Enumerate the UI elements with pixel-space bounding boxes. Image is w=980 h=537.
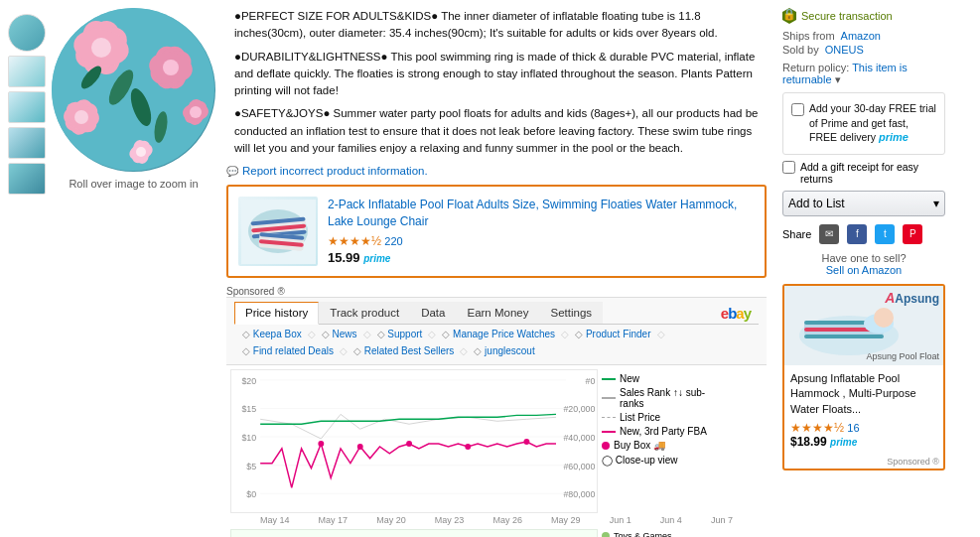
return-label: Return policy: [782, 62, 849, 73]
keepa-link-support[interactable]: Support [377, 329, 423, 339]
product-bullets: ●PERFECT SIZE FOR ADULTS&KIDS● The inner… [226, 8, 767, 157]
ad-prime: prime [830, 437, 857, 448]
legend-buybox-label: Buy Box 🚚 [614, 440, 665, 451]
svg-rect-37 [233, 370, 596, 512]
thumbnail-2[interactable] [8, 56, 46, 87]
date-jun1: Jun 1 [610, 515, 631, 525]
keepa-link-news[interactable]: News [322, 329, 357, 339]
svg-text:#60,000: #60,000 [563, 462, 595, 471]
keepa-toolbar: Price history Track product Data Earn Mo… [226, 297, 767, 365]
keepa-link-keepabox[interactable]: Keepa Box [242, 329, 302, 339]
legend-new-fba: New, 3rd Party FBA [602, 426, 723, 437]
product-image-svg [52, 8, 215, 172]
svg-text:#0: #0 [586, 376, 596, 386]
tab-earn-money[interactable]: Earn Money [456, 302, 539, 324]
sell-on-amazon-link[interactable]: Sell on Amazon [782, 264, 945, 276]
report-link[interactable]: Report incorrect product information. [226, 165, 767, 177]
mini-legend-toys: Toys & Games [602, 531, 723, 537]
tab-settings[interactable]: Settings [539, 302, 603, 324]
tab-data[interactable]: Data [410, 302, 456, 324]
legend-new: New [602, 373, 723, 384]
roll-over-text: Roll over image to zoom in [52, 178, 215, 190]
legend-new-label: New [620, 373, 639, 384]
keepa-tabs: Price history Track product Data Earn Mo… [234, 302, 603, 324]
ships-from-value[interactable]: Amazon [841, 30, 881, 42]
have-to-sell-text: Have one to sell? [822, 252, 907, 264]
thumbnail-3[interactable] [8, 91, 46, 123]
svg-text:#80,000: #80,000 [563, 489, 595, 499]
legend-sales-color [602, 397, 616, 399]
sold-by-label: Sold by [782, 44, 819, 56]
svg-point-54 [357, 444, 363, 450]
bottom-ad-box[interactable]: AApsung Apsung Pool Float Apsung Inflata… [782, 284, 945, 470]
add-to-list-button[interactable]: Add to List ▾ [782, 191, 945, 216]
ad-price: $18.99 prime [790, 435, 937, 449]
sponsored-product-box[interactable]: 2-Pack Inflatable Pool Float Adults Size… [226, 185, 767, 278]
secure-label: Secure transaction [801, 10, 893, 22]
prime-checkbox-input[interactable] [791, 103, 804, 116]
svg-text:#20,000: #20,000 [563, 404, 595, 414]
legend-buybox-color [602, 442, 610, 450]
add-to-list-label: Add to List [788, 197, 845, 210]
svg-text:$10: $10 [241, 433, 256, 443]
keepa-link-junglescout[interactable]: junglescout [474, 345, 534, 356]
sponsored-product-title[interactable]: 2-Pack Inflatable Pool Float Adults Size… [328, 197, 755, 230]
svg-rect-68 [804, 335, 884, 338]
keepa-link-best-sellers[interactable]: Related Best Sellers [353, 345, 454, 356]
legend-list-label: List Price [620, 412, 660, 423]
prime-trial-text: Add your 30-day FREE trial of Prime and … [809, 101, 936, 146]
legend-buy-box: Buy Box 🚚 [602, 440, 723, 451]
share-email-icon[interactable]: ✉ [819, 224, 839, 244]
ad-image: AApsung Apsung Pool Float [784, 286, 943, 365]
ships-from-label: Ships from [782, 30, 835, 42]
date-may29: May 29 [551, 515, 581, 525]
keepa-link-find-deals[interactable]: Find related Deals [242, 345, 334, 356]
svg-point-57 [523, 439, 529, 445]
date-may26: May 26 [492, 515, 522, 525]
thumbnail-5[interactable] [8, 163, 46, 195]
keepa-link-manage-price[interactable]: Manage Price Watches [442, 329, 555, 339]
close-up-view-1[interactable]: ◯ Close-up view [602, 455, 723, 466]
chart-dates: May 14 May 17 May 20 May 23 May 26 May 2… [230, 515, 763, 525]
tab-price-history[interactable]: Price history [234, 302, 319, 325]
thumbnail-1[interactable] [8, 14, 46, 52]
mini-legend-toys-label: Toys & Games [614, 531, 672, 537]
sponsored-review-count: 220 [384, 235, 402, 247]
date-may14: May 14 [260, 515, 290, 525]
legend-fba-color [602, 431, 616, 433]
date-jun7: Jun 7 [711, 515, 733, 525]
gift-checkbox-input[interactable] [782, 161, 795, 174]
gift-text: Add a gift receipt for easy returns [800, 161, 945, 185]
secure-badge: 🔒 Secure transaction [782, 8, 945, 24]
date-may20: May 20 [376, 515, 406, 525]
sold-by-value[interactable]: ONEUS [825, 44, 864, 56]
product-main-image [52, 8, 215, 172]
svg-point-15 [74, 110, 88, 124]
ad-title[interactable]: Apsung Inflatable Pool Hammock , Multi-P… [790, 371, 937, 417]
svg-point-70 [874, 308, 894, 328]
return-dropdown[interactable]: ▾ [835, 73, 841, 85]
chart-legend: New Sales Rank ↑↓ sub-ranks List Price N… [598, 369, 727, 513]
sponsored-stars: ★★★★½ [328, 234, 381, 248]
keepa-links: Keepa Box ◇ News ◇ Support ◇ Manage Pric… [234, 325, 759, 360]
prime-trial-box: Add your 30-day FREE trial of Prime and … [782, 92, 945, 155]
ad-product-label: Apsung Pool Float [866, 351, 939, 361]
gift-receipt-row[interactable]: Add a gift receipt for easy returns [782, 161, 945, 185]
share-row: Share ✉ f t P [782, 224, 945, 244]
tab-track-product[interactable]: Track product [319, 302, 410, 324]
thumbnail-4[interactable] [8, 127, 46, 159]
ships-from-row: Ships from Amazon [782, 30, 945, 42]
share-pinterest-icon[interactable]: P [903, 224, 922, 244]
sold-by-row: Sold by ONEUS [782, 44, 945, 56]
sell-section: Have one to sell? Sell on Amazon [782, 252, 945, 276]
ebay-logo[interactable]: ebay [713, 305, 759, 322]
bullet-2: ●DURABILITY&LIGHTNESS● This pool swimmin… [226, 49, 767, 100]
share-facebook-icon[interactable]: f [847, 224, 867, 244]
keepa-link-product-finder[interactable]: Product Finder [575, 329, 650, 339]
mini-legend-toys-color [602, 532, 610, 537]
prime-checkbox[interactable]: Add your 30-day FREE trial of Prime and … [791, 101, 936, 146]
share-twitter-icon[interactable]: t [875, 224, 895, 244]
sponsored-img-svg [241, 200, 316, 264]
ad-sponsored-label: Sponsored ® [784, 455, 943, 469]
prime-logo: prime [879, 131, 909, 143]
